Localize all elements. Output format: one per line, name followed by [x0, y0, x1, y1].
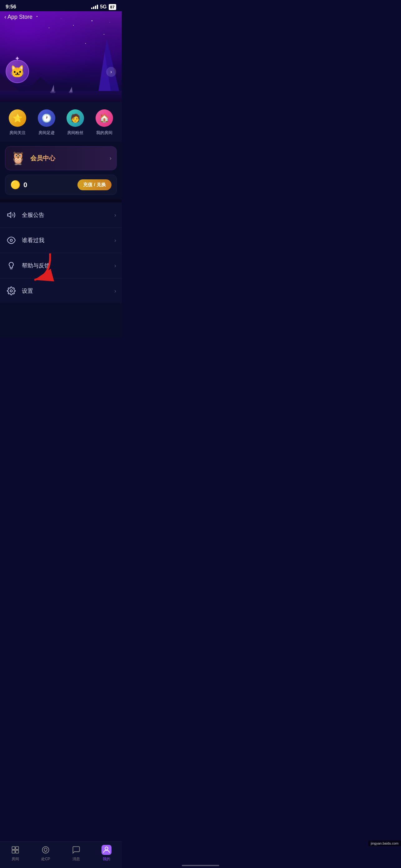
user-avatar: 🐱	[6, 60, 29, 83]
signal-icon	[91, 5, 98, 9]
svg-marker-0	[7, 213, 11, 217]
hero-section: ‹ App Store ✦ 🐱 ›	[0, 11, 122, 102]
vip-icon: 🦉	[10, 151, 26, 165]
my-room-label: 我的房间	[96, 130, 112, 135]
help-arrow-icon: ›	[114, 262, 116, 269]
avatar-gear-icon: ✦	[15, 55, 20, 62]
room-fans-label: 房间粉丝	[67, 130, 83, 135]
gear-icon	[6, 285, 17, 297]
status-bar: 9:56 5G 87	[0, 0, 122, 11]
speaker-icon	[6, 209, 17, 221]
main-content: ⭐ 房间关注 🕐 房间足迹 🧑 房间粉丝 🏠 我的房间 🦉 会员中心 › 🟡 0…	[0, 102, 122, 338]
quick-nav-room-footprint[interactable]: 🕐 房间足迹	[36, 110, 58, 135]
avatar-decoration: ✦ 🐱	[6, 60, 29, 83]
vip-label: 会员中心	[30, 154, 110, 162]
quick-nav-room-fans[interactable]: 🧑 房间粉丝	[64, 110, 86, 135]
hero-arrow-right[interactable]: ›	[106, 67, 116, 77]
menu-item-settings[interactable]: 设置 ›	[0, 278, 122, 303]
who-viewed-label: 谁看过我	[22, 237, 114, 244]
network-type: 5G	[100, 4, 106, 10]
help-label: 帮助与反馈	[22, 262, 114, 269]
coin-value: 0	[24, 181, 77, 189]
menu-item-who-viewed[interactable]: 谁看过我 ›	[0, 228, 122, 253]
tab-bar-spacer	[0, 303, 122, 332]
quick-nav: ⭐ 房间关注 🕐 房间足迹 🧑 房间粉丝 🏠 我的房间	[0, 102, 122, 142]
bulb-icon	[6, 260, 17, 271]
room-footprint-label: 房间足迹	[38, 130, 55, 135]
appstore-back-button[interactable]: ‹ App Store	[4, 11, 32, 23]
sailboat-1	[50, 85, 56, 93]
status-time: 9:56	[6, 4, 16, 10]
coin-row: 🟡 0 充值 / 兑换	[5, 175, 117, 195]
battery-indicator: 87	[109, 4, 116, 10]
coin-icon: 🟡	[10, 180, 20, 190]
vip-arrow-icon: ›	[110, 155, 111, 161]
svg-point-1	[10, 239, 12, 242]
announcement-arrow-icon: ›	[114, 212, 116, 218]
recharge-button[interactable]: 充值 / 兑换	[77, 179, 111, 190]
avatar-area[interactable]: ✦ 🐱	[6, 60, 29, 83]
vip-banner[interactable]: 🦉 会员中心 ›	[5, 146, 117, 170]
room-follow-icon: ⭐	[9, 110, 26, 127]
eye-icon	[6, 235, 17, 246]
menu-item-announcement[interactable]: 全服公告 ›	[0, 203, 122, 228]
announcement-label: 全服公告	[22, 211, 114, 219]
status-right: 5G 87	[91, 4, 116, 10]
room-fans-icon: 🧑	[67, 110, 84, 127]
settings-row-wrapper: 设置 ›	[0, 278, 122, 303]
sailboat-2	[69, 87, 73, 93]
settings-label: 设置	[22, 287, 114, 294]
settings-arrow-icon: ›	[114, 288, 116, 294]
room-footprint-icon: 🕐	[38, 110, 55, 127]
who-viewed-arrow-icon: ›	[114, 237, 116, 244]
quick-nav-my-room[interactable]: 🏠 我的房间	[93, 110, 115, 135]
menu-item-help[interactable]: 帮助与反馈 ›	[0, 253, 122, 278]
back-chevron-icon: ‹	[4, 14, 6, 20]
menu-list: 全服公告 › 谁看过我 › 帮助与反馈 ›	[0, 203, 122, 303]
quick-nav-room-follow[interactable]: ⭐ 房间关注	[6, 110, 28, 135]
water	[0, 91, 122, 102]
room-follow-label: 房间关注	[9, 130, 26, 135]
appstore-back-label: App Store	[7, 14, 32, 20]
svg-point-3	[10, 290, 12, 292]
section-divider	[0, 199, 122, 203]
my-room-icon: 🏠	[96, 110, 113, 127]
